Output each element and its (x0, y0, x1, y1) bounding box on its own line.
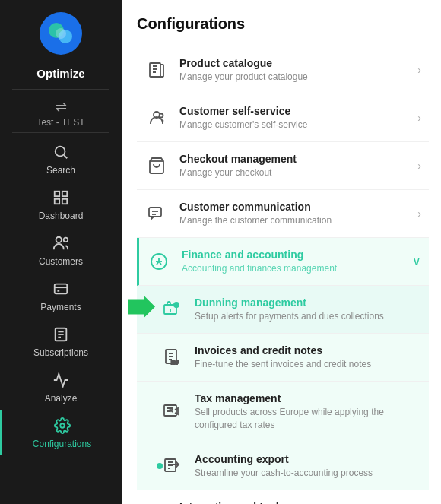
product-catalogue-chevron: › (417, 64, 421, 76)
finance-icon (145, 252, 173, 271)
svg-point-3 (56, 28, 66, 39)
analyze-label: Analyze (45, 393, 78, 404)
svg-rect-12 (55, 284, 68, 294)
config-item-finance-accounting[interactable]: Finance and accounting Accounting and fi… (137, 238, 429, 286)
app-name: Optimize (36, 67, 84, 80)
invoices-desc: Fine-tune the sent invoices and credit n… (195, 358, 421, 371)
sidebar-divider (12, 89, 109, 90)
config-item-invoices[interactable]: PDF Invoices and credit notes Fine-tune … (137, 334, 429, 382)
sidebar-nav: Search Dashboard Customers (0, 136, 122, 455)
product-catalogue-title: Product catalogue (179, 56, 413, 70)
search-label: Search (46, 165, 75, 176)
sidebar-item-payments[interactable]: Payments (0, 273, 122, 319)
accounting-export-dot (157, 463, 163, 469)
customer-communication-text: Customer communication Manage the custom… (179, 200, 413, 227)
sidebar-item-analyze[interactable]: Analyze (0, 364, 122, 410)
tax-text: Tax management Sell products across Euro… (195, 391, 421, 432)
product-catalogue-desc: Manage your product catalogue (179, 71, 413, 84)
search-icon (52, 144, 69, 163)
config-item-product-catalogue[interactable]: Product catalogue Manage your product ca… (137, 46, 429, 94)
accounting-export-desc: Streamline your cash-to-accounting proce… (195, 467, 421, 480)
subscriptions-icon (52, 326, 69, 345)
config-item-integration[interactable]: Integration and tools Manage integration… (137, 490, 429, 504)
svg-point-10 (56, 237, 62, 242)
basket-icon (143, 157, 170, 175)
svg-rect-24 (149, 208, 161, 217)
dashboard-label: Dashboard (39, 211, 84, 221)
config-item-accounting-export[interactable]: Accounting export Streamline your cash-t… (137, 442, 429, 490)
sidebar-item-dashboard[interactable]: Dashboard (0, 182, 122, 227)
sidebar-item-subscriptions[interactable]: Subscriptions (0, 319, 122, 364)
config-item-customer-communication[interactable]: Customer communication Manage the custom… (137, 190, 429, 238)
finance-accounting-desc: Accounting and finances management (182, 262, 408, 275)
payments-icon (52, 281, 69, 300)
dunning-icon: ! (158, 300, 186, 319)
sidebar-item-customers[interactable]: Customers (0, 227, 122, 273)
page-title: Configurations (137, 15, 429, 33)
payments-label: Payments (40, 302, 81, 312)
checkout-desc: Manage your checkout (179, 166, 413, 179)
sidebar-divider-2 (12, 132, 109, 133)
tax-title: Tax management (195, 391, 421, 405)
svg-rect-8 (55, 199, 59, 204)
config-item-customer-self-service[interactable]: Customer self-service Manage customer's … (137, 94, 429, 142)
checkout-text: Checkout management Manage your checkout (179, 152, 413, 179)
sidebar-item-configurations[interactable]: Configurations (0, 410, 122, 455)
customers-label: Customers (39, 256, 83, 267)
config-item-dunning[interactable]: ! Dunning management Setup alerts for pa… (137, 286, 429, 334)
customer-communication-desc: Manage the customer communication (179, 214, 413, 227)
dunning-desc: Setup alerts for payments and dues colle… (195, 310, 421, 323)
accounting-export-title: Accounting export (195, 452, 421, 466)
finance-accounting-chevron: ∨ (412, 254, 421, 268)
svg-marker-29 (128, 296, 155, 317)
subscriptions-label: Subscriptions (33, 347, 88, 358)
integration-title: Integration and tools (179, 500, 413, 504)
svg-line-5 (64, 155, 67, 158)
svg-point-22 (160, 113, 163, 117)
configurations-label: Configurations (33, 439, 91, 449)
dunning-title: Dunning management (195, 296, 421, 309)
accounting-export-text: Accounting export Streamline your cash-t… (195, 452, 421, 480)
svg-rect-6 (55, 192, 59, 196)
dashboard-icon (52, 189, 69, 208)
pdf-icon: PDF (158, 348, 186, 366)
checkout-title: Checkout management (179, 152, 413, 166)
book-icon (143, 61, 170, 79)
invoices-title: Invoices and credit notes (195, 344, 421, 357)
svg-text:!: ! (176, 303, 177, 308)
customer-self-service-text: Customer self-service Manage customer's … (179, 104, 413, 132)
customer-service-icon (143, 109, 170, 127)
checkout-chevron: › (417, 160, 421, 172)
invoices-text: Invoices and credit notes Fine-tune the … (195, 344, 421, 371)
configurations-icon (54, 417, 71, 436)
finance-accounting-title: Finance and accounting (182, 248, 408, 262)
integration-text: Integration and tools Manage integration… (179, 500, 413, 504)
svg-point-11 (64, 238, 68, 242)
svg-rect-9 (62, 199, 67, 204)
workspace-icon: ⇌ (56, 99, 67, 116)
product-catalogue-text: Product catalogue Manage your product ca… (179, 56, 413, 84)
config-item-checkout[interactable]: Checkout management Manage your checkout… (137, 142, 429, 190)
main-content: Configurations Product catalogue Manage … (122, 0, 441, 504)
sidebar-item-search[interactable]: Search (0, 136, 122, 182)
config-list: Product catalogue Manage your product ca… (137, 46, 429, 504)
customer-self-service-desc: Manage customer's self-service (179, 119, 413, 132)
svg-text:PDF: PDF (171, 360, 179, 365)
svg-rect-20 (150, 63, 160, 77)
config-item-tax[interactable]: Tax management Sell products across Euro… (137, 382, 429, 442)
analyze-icon (52, 372, 69, 391)
workspace-label: Test - TEST (36, 117, 84, 128)
tax-icon (158, 402, 186, 420)
workspace-item[interactable]: ⇌ Test - TEST (0, 93, 122, 132)
customers-icon (52, 235, 69, 254)
svg-point-4 (56, 147, 65, 157)
dunning-text: Dunning management Setup alerts for paym… (195, 296, 421, 323)
svg-rect-7 (62, 192, 67, 196)
tax-desc: Sell products across Europe while applyi… (195, 406, 421, 432)
customer-self-service-title: Customer self-service (179, 104, 413, 118)
chat-icon (143, 204, 170, 223)
dunning-arrow-indicator (128, 296, 155, 322)
finance-accounting-text: Finance and accounting Accounting and fi… (182, 248, 408, 275)
sidebar: Optimize ⇌ Test - TEST Search Dashboa (0, 0, 122, 504)
svg-point-19 (60, 423, 65, 428)
